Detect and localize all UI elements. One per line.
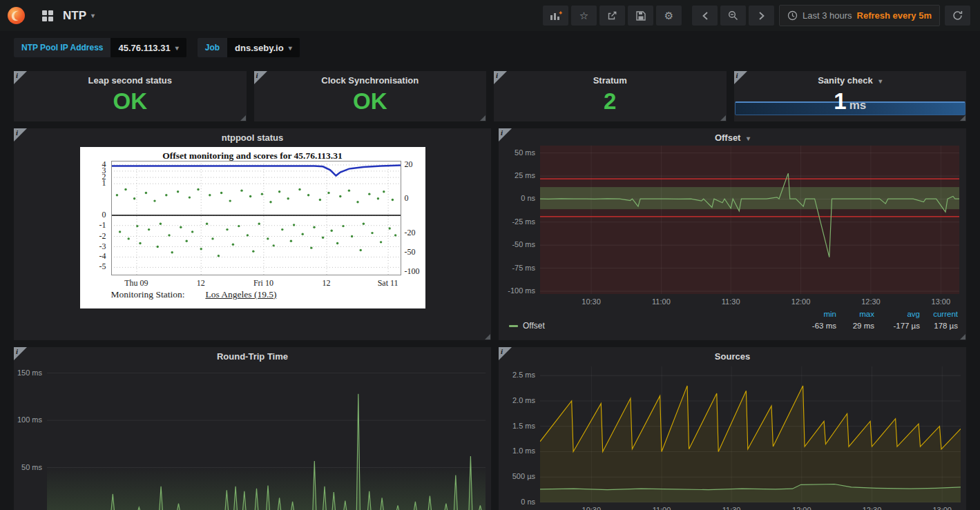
info-corner-icon[interactable]: i	[254, 71, 267, 84]
offset-chart-svg	[540, 146, 959, 294]
x-axis-tick: 13:00	[920, 297, 961, 307]
info-corner-icon[interactable]: i	[734, 71, 747, 84]
chevron-down-icon: ▾	[175, 44, 179, 52]
variable-label: Job	[198, 38, 227, 57]
x-axis-tick: 11:00	[641, 505, 682, 510]
singlestat-value: OK	[254, 88, 487, 115]
singlestat-unit: ms	[849, 99, 867, 112]
panel-sources: i Sources 2.5 ms2.0 ms1.5 ms1.0 ms500 µs…	[499, 347, 966, 510]
panel-title[interactable]: Sanity check ▾	[734, 75, 967, 86]
chevron-left-icon	[702, 12, 708, 20]
offset-graph[interactable]	[540, 146, 959, 294]
chevron-right-icon	[759, 12, 765, 20]
panel-ntppool-status: i ntppool status Offset monitoring and s…	[14, 128, 491, 340]
panel-title[interactable]: Offset ▾	[499, 133, 966, 143]
info-corner-icon[interactable]: i	[14, 128, 27, 141]
monitoring-station-label: Monitoring Station:	[111, 289, 185, 300]
info-corner-icon[interactable]: i	[499, 347, 512, 360]
panel-sanity-check: i Sanity check ▾ 1ms	[734, 71, 967, 121]
ntppool-chart-svg	[111, 161, 401, 275]
y-axis-tick: 150 ms	[14, 368, 42, 378]
row-rtt-sources: i Round-Trip Time 150 ms100 ms50 ms i So…	[14, 347, 966, 510]
time-forward-button[interactable]	[749, 6, 774, 26]
panel-title[interactable]: Round-Trip Time	[14, 351, 491, 362]
resize-handle[interactable]	[480, 115, 486, 121]
resize-handle[interactable]	[485, 334, 490, 340]
clock-icon	[787, 10, 798, 21]
resize-handle[interactable]	[720, 115, 726, 121]
info-corner-icon[interactable]: i	[14, 347, 27, 360]
star-button[interactable]: ☆	[571, 6, 597, 26]
variable-value-text: 45.76.113.31	[118, 43, 170, 53]
y-axis-tick: -5	[80, 262, 106, 272]
resize-handle[interactable]	[960, 115, 965, 121]
x-axis-tick: 12	[180, 278, 222, 288]
x-axis-tick: 11:30	[710, 297, 751, 307]
template-variables-bar: NTP Pool IP Address 45.76.113.31 ▾ Job d…	[0, 31, 980, 64]
y-axis-right-tick: -100	[405, 266, 420, 277]
panel-leap-second-status: i Leap second status OK	[14, 71, 247, 121]
navbar: NTP ▾ ☆ ⚙	[0, 0, 980, 31]
resize-handle[interactable]	[960, 334, 965, 340]
sources-chart-svg	[540, 366, 961, 502]
image-chart-title: Offset monitoring and scores for 45.76.1…	[80, 150, 425, 161]
y-axis-tick: -1	[80, 220, 106, 231]
y-axis-tick: -4	[80, 251, 106, 262]
time-back-button[interactable]	[692, 6, 718, 26]
variable-value-dropdown[interactable]: 45.76.113.31 ▾	[111, 38, 186, 57]
info-corner-icon[interactable]: i	[494, 71, 507, 84]
row-status-offset: i ntppool status Offset monitoring and s…	[14, 128, 966, 340]
chevron-down-icon: ▾	[91, 12, 95, 19]
dashboard-title-text: NTP	[63, 9, 86, 23]
graph-legend: min max avg current Offset -63 ms 29 ms …	[509, 310, 958, 331]
refresh-button[interactable]	[945, 6, 970, 26]
legend-current-value: 178 µs	[920, 322, 958, 330]
refresh-icon	[952, 10, 963, 21]
panel-title[interactable]: ntppool status	[14, 133, 491, 143]
chevron-down-icon: ▾	[747, 135, 750, 142]
sources-graph[interactable]	[540, 366, 961, 502]
y-axis-tick: 1.0 ms	[499, 446, 535, 456]
chevron-down-icon: ▾	[289, 44, 292, 52]
monitoring-station-link[interactable]: Los Angeles (19.5)	[205, 289, 276, 300]
grafana-logo[interactable]	[7, 6, 26, 25]
variable-value-dropdown[interactable]: dns.seby.io ▾	[227, 38, 300, 57]
panel-clock-synchronisation: i Clock Synchronisation OK	[254, 71, 487, 121]
share-button[interactable]	[599, 6, 625, 26]
refresh-interval-label: Refresh every 5m	[857, 10, 932, 21]
info-corner-icon[interactable]: i	[14, 71, 27, 84]
dashboard-picker-icon[interactable]	[42, 10, 53, 21]
panel-title[interactable]: Stratum	[494, 75, 727, 86]
y-axis-right-tick: -50	[405, 247, 416, 257]
resize-handle[interactable]	[240, 115, 246, 121]
panel-title[interactable]: Leap second status	[14, 75, 247, 86]
y-axis-tick: -2	[80, 231, 106, 242]
settings-button[interactable]: ⚙	[656, 6, 682, 26]
zoom-out-button[interactable]	[720, 6, 746, 26]
legend-min-value: -63 ms	[798, 322, 836, 330]
info-corner-icon[interactable]: i	[499, 128, 512, 141]
x-axis-tick: Fri 10	[242, 278, 284, 288]
save-button[interactable]	[628, 6, 653, 26]
y-axis-tick: 2	[80, 172, 106, 182]
monitoring-station-line: Monitoring Station: Los Angeles (19.5)	[111, 289, 277, 300]
singlestat-value: OK	[14, 88, 247, 115]
x-axis-tick: 10:30	[570, 297, 612, 307]
legend-series-name[interactable]: Offset	[523, 321, 545, 331]
panel-title[interactable]: Clock Synchronisation	[254, 75, 487, 86]
rtt-graph[interactable]	[47, 366, 486, 510]
add-panel-button[interactable]	[543, 6, 568, 26]
legend-avg-value: -177 µs	[874, 322, 920, 330]
y-axis-tick: 500 µs	[499, 471, 535, 482]
legend-series-row: Offset -63 ms 29 ms -177 µs 178 µs	[509, 321, 958, 331]
x-axis-tick: 12	[306, 278, 347, 288]
navbar-actions: ☆ ⚙	[543, 5, 970, 26]
panel-title[interactable]: Sources	[499, 351, 966, 362]
dashboard-title[interactable]: NTP ▾	[63, 9, 95, 23]
x-axis-tick: 12:30	[852, 505, 893, 510]
rtt-chart-svg	[47, 366, 486, 510]
x-axis-tick: Thu 09	[115, 278, 157, 288]
time-range-picker[interactable]: Last 3 hours Refresh every 5m	[779, 5, 940, 26]
legend-header-row: min max avg current	[509, 310, 958, 318]
y-axis-tick: 2.0 ms	[499, 395, 535, 406]
